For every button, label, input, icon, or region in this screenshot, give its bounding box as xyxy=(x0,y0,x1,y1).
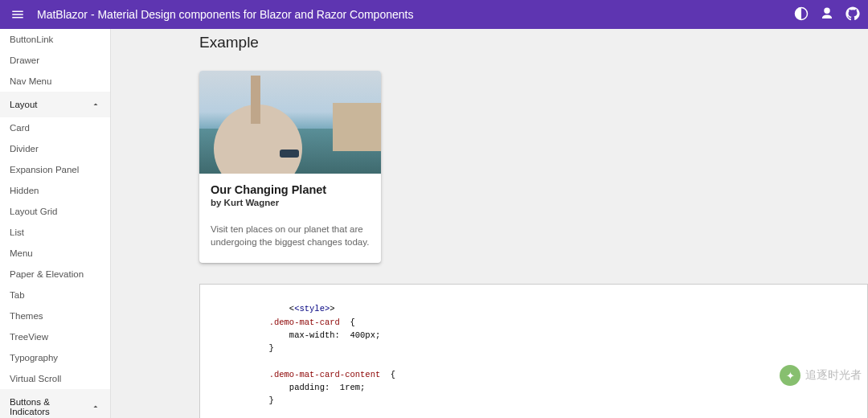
example-heading: Example xyxy=(199,34,868,51)
sidebar-item[interactable]: Expansion Panel xyxy=(0,159,110,180)
sidebar-item[interactable]: Paper & Elevation xyxy=(0,264,110,285)
sidebar-section-layout[interactable]: Layout xyxy=(0,92,110,117)
menu-icon[interactable] xyxy=(8,5,27,24)
sidebar-item[interactable]: Divider xyxy=(0,138,110,159)
app-title: MatBlazor - Material Design components f… xyxy=(37,8,794,21)
sidebar-item[interactable]: Layout Grid xyxy=(0,201,110,222)
sidebar-item[interactable]: TreeView xyxy=(0,326,110,347)
sidebar-section-label: Layout xyxy=(10,100,38,109)
sidebar-section-label: Buttons & Indicators xyxy=(10,397,91,416)
sidebar-section-buttons[interactable]: Buttons & Indicators xyxy=(0,389,110,418)
sidebar-item[interactable]: Hidden xyxy=(0,180,110,201)
sidebar-item[interactable]: ButtonLink xyxy=(0,29,110,50)
card-supporting-text: Visit ten places on our planet that are … xyxy=(199,212,381,263)
sidebar-item[interactable]: Themes xyxy=(0,305,110,326)
sidebar-item[interactable]: Menu xyxy=(0,243,110,264)
github-icon[interactable] xyxy=(845,6,860,23)
chevron-up-icon xyxy=(91,100,100,109)
chevron-up-icon xyxy=(91,402,100,412)
app-bar: MatBlazor - Material Design components f… xyxy=(0,0,868,29)
card-subtitle: by Kurt Wagner xyxy=(211,198,370,207)
sidebar-item[interactable]: Virtual Scroll xyxy=(0,368,110,389)
sidebar: ButtonLink Drawer Nav Menu Layout Card D… xyxy=(0,29,111,418)
card-media-image xyxy=(199,71,381,174)
sidebar-item[interactable]: Nav Menu xyxy=(0,71,110,92)
sidebar-item[interactable]: Typography xyxy=(0,347,110,368)
sidebar-item[interactable]: List xyxy=(0,222,110,243)
code-example[interactable]: <<style>> .demo-mat-card { max-width: 40… xyxy=(199,284,868,418)
card-title: Our Changing Planet xyxy=(211,183,370,196)
sidebar-item[interactable]: Card xyxy=(0,117,110,138)
account-icon[interactable] xyxy=(820,6,834,23)
demo-card: Our Changing Planet by Kurt Wagner Visit… xyxy=(199,71,381,263)
main-content: Example Our Changing Planet by Kurt Wagn… xyxy=(111,29,868,418)
sidebar-item[interactable]: Tab xyxy=(0,285,110,305)
theme-toggle-icon[interactable] xyxy=(794,6,809,23)
sidebar-item[interactable]: Drawer xyxy=(0,50,110,71)
